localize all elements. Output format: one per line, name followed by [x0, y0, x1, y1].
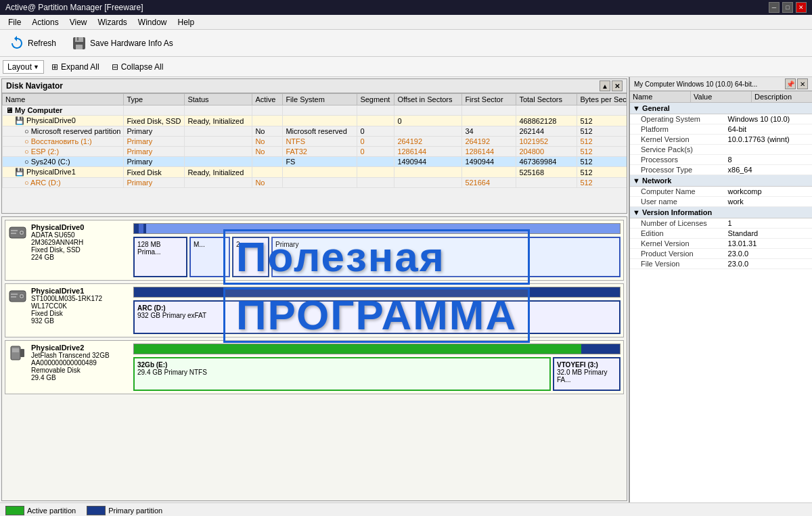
svg-rect-1 [75, 37, 83, 42]
drive1-type: Fixed Disk [31, 310, 102, 317]
nav-cell-type [124, 105, 185, 116]
nav-cell-segment [357, 157, 394, 167]
drive2-item: PhysicalDrive2 JetFlash Transcend 32GB A… [5, 340, 624, 394]
col-prop-desc[interactable]: Description [752, 91, 812, 102]
nav-row-1[interactable]: 💾 PhysicalDrive0 Fixed Disk, SSD Ready, … [3, 116, 627, 126]
minimize-button[interactable]: ─ [769, 2, 780, 13]
props-pin-button[interactable]: 📌 [785, 78, 796, 89]
prop-desc [805, 249, 812, 259]
menu-view[interactable]: View [64, 16, 93, 28]
drive0-size: 224 GB [31, 254, 84, 261]
props-row-0-5: Processor Type x86_64 [630, 165, 812, 175]
nav-cell-bps: 512 [577, 157, 627, 167]
props-row-2-1: Edition Standard [630, 229, 812, 239]
collapse-all-button[interactable]: ⊟ Collapse All [107, 60, 168, 74]
menu-file[interactable]: File [3, 16, 26, 28]
drive1-parts: ARC (D:) 932 GB Primary exFAT [133, 300, 621, 334]
nav-row-3[interactable]: ○ Восстановить (1:) Primary No NTFS 0 26… [3, 137, 627, 147]
drive1-name: PhysicalDrive1 [31, 287, 102, 295]
col-type[interactable]: Type [124, 94, 185, 105]
drive1-part0-label: ARC (D:) [137, 304, 616, 312]
nav-cell-offset [394, 126, 462, 137]
nav-cell-first-sector: 264192 [462, 137, 516, 147]
legend-primary: Primary partition [87, 506, 162, 515]
nav-cell-segment: 0 [357, 137, 394, 147]
menu-actions[interactable]: Actions [26, 16, 64, 28]
nav-up-button[interactable]: ▲ [600, 80, 610, 91]
layout-button[interactable]: Layout ▼ [3, 60, 44, 74]
col-prop-name[interactable]: Name [630, 91, 691, 102]
col-prop-value[interactable]: Value [691, 91, 752, 102]
drive0-part1-box[interactable]: М... [189, 237, 230, 277]
col-bps[interactable]: Bytes per Sector [577, 94, 627, 105]
nav-cell-active: No [252, 137, 283, 147]
col-offset[interactable]: Offset in Sectors [394, 94, 462, 105]
prop-name: Processors [630, 155, 725, 165]
drive2-serial: AA000000000000489 [31, 359, 110, 367]
nav-cell-fs [283, 116, 357, 126]
drive2-part1-detail: 32.0 MB Primary FA... [557, 369, 616, 383]
drive0-part2-box[interactable]: 2 [232, 237, 269, 277]
save-hardware-button[interactable]: Save Hardware Info As [65, 32, 179, 55]
nav-cell-active [252, 105, 283, 116]
nav-cell-name: ○ Восстановить (1:) [3, 137, 124, 147]
col-segment[interactable]: Segment [357, 94, 394, 105]
menu-window[interactable]: Window [133, 16, 173, 28]
prop-desc [805, 114, 812, 124]
disk-navigator-table-container[interactable]: Name Type Status Active File System Segm… [2, 93, 627, 213]
drive0-part3-box[interactable]: Primary [271, 237, 621, 277]
props-close-button[interactable]: ✕ [797, 78, 808, 89]
prop-name: Kernel Version [630, 135, 725, 145]
drive2-model: JetFlash Transcend 32GB [31, 352, 110, 359]
nav-cell-type: Primary [124, 126, 185, 137]
nav-cell-type: Primary [124, 137, 185, 147]
prop-desc [805, 229, 812, 239]
drive0-part0-box[interactable]: 128 MB Prima... [133, 237, 187, 277]
properties-panel: My Computer Windows 10 (10.0) 64-bit... … [629, 77, 812, 502]
drive2-part0-box[interactable]: 32Gb (E:) 29.4 GB Primary NTFS [133, 357, 551, 391]
properties-title: My Computer Windows 10 (10.0) 64-bit... [634, 80, 757, 88]
nav-row-4[interactable]: ○ ESP (2:) Primary No FAT32 0 1286144 12… [3, 147, 627, 157]
collapse-icon: ⊟ [112, 62, 118, 72]
nav-cell-active: No [252, 147, 283, 157]
nav-row-6[interactable]: 💾 PhysicalDrive1 Fixed Disk Ready, Initi… [3, 167, 627, 178]
nav-cell-type: Primary [124, 147, 185, 157]
nav-cell-bps: 512 [577, 126, 627, 137]
drive1-part0-box[interactable]: ARC (D:) 932 GB Primary exFAT [133, 300, 621, 334]
expand-all-button[interactable]: ⊞ Expand All [47, 60, 104, 74]
nav-cell-fs: FS [283, 157, 357, 167]
col-name[interactable]: Name [3, 94, 124, 105]
nav-close-button[interactable]: ✕ [612, 80, 623, 91]
drive2-visual: 32Gb (E:) 29.4 GB Primary NTFS VTOYEFI (… [131, 341, 623, 394]
drive2-part1-box[interactable]: VTOYEFI (3:) 32.0 MB Primary FA... [553, 357, 621, 391]
svg-rect-8 [11, 233, 16, 234]
menu-help[interactable]: Help [173, 16, 200, 28]
svg-rect-15 [12, 348, 19, 352]
nav-row-5[interactable]: ○ Sys240 (C:) Primary FS 1490944 1490944… [3, 157, 627, 167]
drive0-part0-label: 128 MB Prima... [137, 241, 160, 256]
nav-row-2[interactable]: ○ Microsoft reserved partition Primary N… [3, 126, 627, 137]
menu-wizards[interactable]: Wizards [93, 16, 133, 28]
drive1-size: 932 GB [31, 317, 102, 325]
col-total-sectors[interactable]: Total Sectors [516, 94, 577, 105]
close-button[interactable]: ✕ [796, 2, 807, 13]
properties-content[interactable]: ▼ General Operating System Windows 10 (1… [630, 103, 812, 502]
refresh-button[interactable]: Refresh [3, 32, 62, 55]
maximize-button[interactable]: □ [782, 2, 793, 13]
nav-cell-first-sector [462, 116, 516, 126]
prop-value: 23.0.0 [725, 249, 806, 259]
nav-cell-offset: 0 [394, 116, 462, 126]
nav-cell-segment [357, 167, 394, 178]
prop-name: Product Version [630, 249, 725, 259]
col-fs[interactable]: File System [283, 94, 357, 105]
col-active[interactable]: Active [252, 94, 283, 105]
secondary-toolbar: Layout ▼ ⊞ Expand All ⊟ Collapse All [0, 57, 812, 77]
nav-row-7[interactable]: ○ ARC (D:) Primary No 521664 512 932 [3, 178, 627, 188]
nav-cell-name: 💾 PhysicalDrive1 [3, 167, 124, 178]
nav-cell-status: Ready, Initialized [185, 116, 252, 126]
col-status[interactable]: Status [185, 94, 252, 105]
col-first-sector[interactable]: First Sector [462, 94, 516, 105]
nav-cell-active: No [252, 126, 283, 137]
usb-icon-2 [8, 344, 27, 362]
nav-row-0[interactable]: 🖥 My Computer [3, 105, 627, 116]
